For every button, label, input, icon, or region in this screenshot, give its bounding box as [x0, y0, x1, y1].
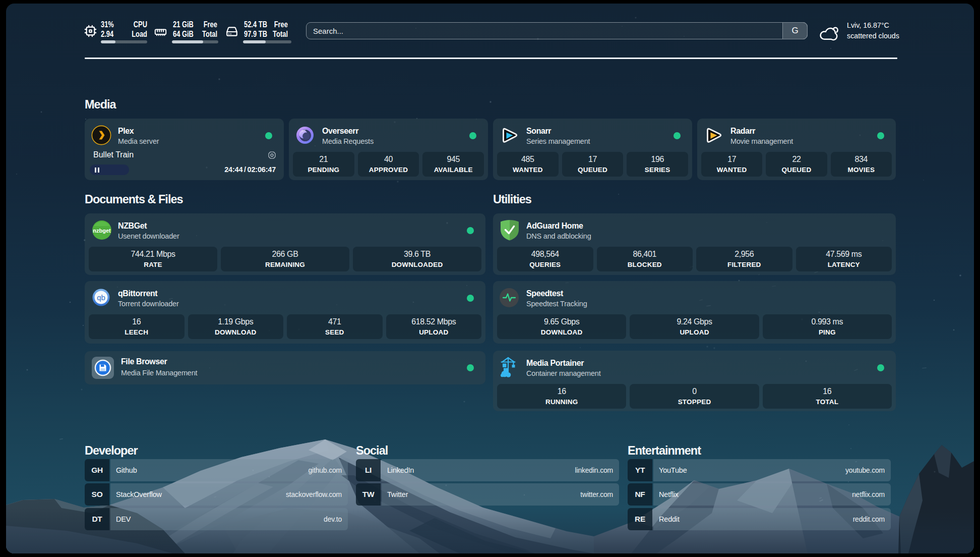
- svg-text:qb: qb: [97, 293, 105, 302]
- svg-text:nzbget: nzbget: [93, 228, 111, 234]
